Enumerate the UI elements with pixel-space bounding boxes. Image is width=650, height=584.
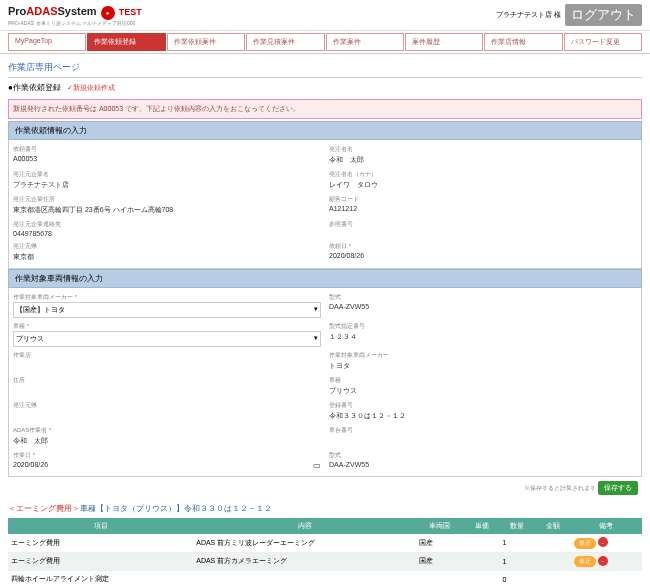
aiming-header: ＜エーミング費用＞車種【トヨタ（プリウス）】令和３３０は１２－１２: [8, 499, 642, 518]
table-row: エーミング費用ADAS 前方カメラエーミング国産1修正 -: [8, 552, 642, 571]
table-row: エーミング費用ADAS 前方ミリ波レーダーエーミング国産1修正 -: [8, 534, 642, 552]
modify-button[interactable]: 修正: [574, 538, 596, 549]
tab-5[interactable]: 案件履歴: [405, 33, 483, 51]
field-value: [329, 435, 637, 437]
select-field[interactable]: 【国産】トヨタ▾: [13, 302, 321, 318]
tab-1[interactable]: 作業依頼登録: [87, 33, 165, 51]
header: ProADASSystem●TEST PRO-ADAS 全車ミリ波システム マル…: [0, 0, 650, 31]
field-value: 令和 太郎: [329, 154, 637, 166]
field-value: レイワ タロウ: [329, 179, 637, 191]
section2-header: 作業対象車両情報の入力: [8, 269, 642, 288]
field-value: 東京都港区高輪四丁目 23番6号 ハイホーム高輪708: [13, 204, 321, 216]
field-value: プラチナテスト店: [13, 179, 321, 191]
field-value: 0449785678: [13, 229, 321, 238]
field-value: １２３４: [329, 331, 637, 343]
save-button[interactable]: 保存する: [598, 481, 638, 495]
chevron-down-icon: ▾: [314, 334, 318, 344]
field-value: 2020/08/26: [329, 251, 637, 260]
field-value: 令和３３０は１２－１２: [329, 410, 637, 422]
aiming-table: 項目内容車両国単価数量金額備考 エーミング費用ADAS 前方ミリ波レーダーエーミ…: [8, 518, 642, 584]
field-value: DAA-ZVW55: [329, 460, 637, 469]
alert: 新規発行された依頼番号は A00053 です。下記より依頼内容の入力をおこなって…: [8, 99, 642, 119]
tab-7[interactable]: パスワード変更: [564, 33, 642, 51]
field-value: 東京都: [13, 251, 321, 263]
field-value: [13, 410, 321, 412]
field-value: [329, 229, 637, 231]
tab-0[interactable]: MyPageTop: [8, 33, 86, 51]
subtitle: ●作業依頼登録✓新規依頼作成: [8, 78, 642, 97]
badge-icon: ●: [101, 6, 115, 20]
delete-button[interactable]: -: [598, 537, 608, 547]
field-value: A00053: [13, 154, 321, 163]
field-value: 2020/08/26▭: [13, 460, 321, 471]
tab-4[interactable]: 作業案件: [326, 33, 404, 51]
modify-button[interactable]: 修正: [574, 556, 596, 567]
tab-2[interactable]: 作業依頼案件: [167, 33, 245, 51]
logo: ProADASSystem●TEST PRO-ADAS 全車ミリ波システム マル…: [8, 5, 142, 26]
field-value: A121212: [329, 204, 637, 213]
field-value: 令和 太郎: [13, 435, 321, 447]
page-title: 作業店専用ページ: [8, 58, 642, 78]
tab-6[interactable]: 作業店情報: [484, 33, 562, 51]
field-value: プリウス: [329, 385, 637, 397]
field-value: [13, 385, 321, 387]
section1-header: 作業依頼情報の入力: [8, 121, 642, 140]
user-name: プラチナテスト店 様: [496, 10, 561, 20]
chevron-down-icon: ▾: [314, 305, 318, 315]
logout-button[interactable]: ログアウト: [565, 4, 642, 26]
tabs: MyPageTop作業依頼登録作業依頼案件作業見積案件作業案件案件履歴作業店情報…: [0, 31, 650, 54]
field-value: トヨタ: [329, 360, 637, 372]
select-field[interactable]: プリウス▾: [13, 331, 321, 347]
delete-button[interactable]: -: [598, 556, 608, 566]
calendar-icon[interactable]: ▭: [313, 461, 321, 470]
new-request-link[interactable]: ✓新規依頼作成: [67, 83, 115, 93]
field-value: [13, 360, 321, 362]
table-row: 四輪ホイールアライメント測定0: [8, 571, 642, 585]
field-value: DAA-ZVW55: [329, 302, 637, 311]
tab-3[interactable]: 作業見積案件: [246, 33, 324, 51]
